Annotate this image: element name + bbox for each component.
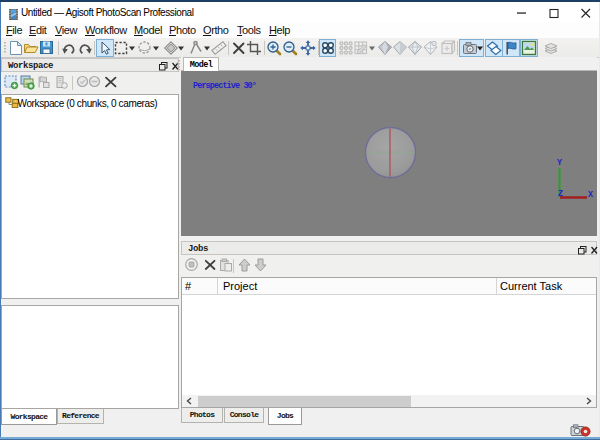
svg-text:Y: Y bbox=[557, 158, 563, 168]
svg-text:Z: Z bbox=[558, 189, 563, 199]
svg-text:X: X bbox=[588, 190, 594, 200]
